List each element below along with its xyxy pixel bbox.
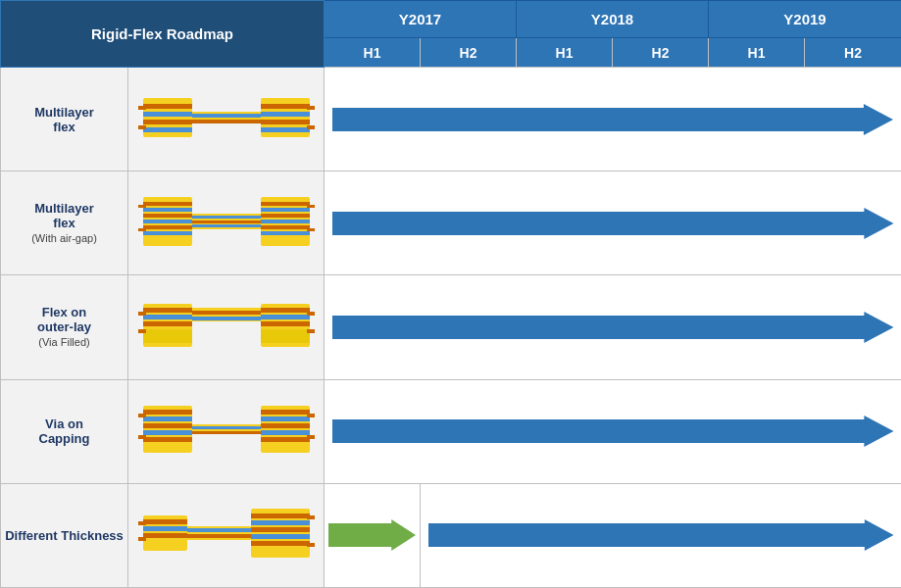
svg-rect-36	[261, 225, 310, 229]
svg-rect-90	[251, 520, 310, 525]
svg-rect-30	[192, 224, 261, 227]
svg-rect-6	[138, 125, 146, 129]
svg-rect-95	[307, 543, 315, 547]
svg-rect-84	[138, 537, 146, 541]
row-label-different-thickness: Different Thickness	[1, 483, 128, 587]
svg-rect-76	[307, 414, 315, 417]
svg-rect-68	[192, 426, 261, 429]
svg-rect-50	[192, 317, 261, 320]
svg-rect-43	[143, 315, 192, 319]
svg-rect-12	[261, 112, 310, 117]
year-2019: Y2019	[709, 1, 901, 38]
pcb-svg-4	[138, 390, 315, 468]
pcb-svg-5	[138, 494, 315, 572]
year-2017: Y2017	[325, 1, 517, 38]
timeline-row-3	[325, 275, 901, 379]
svg-rect-13	[261, 120, 310, 124]
svg-rect-21	[143, 214, 192, 218]
svg-rect-56	[307, 312, 315, 316]
row-label-via-capping: Via onCapping	[1, 379, 128, 483]
svg-rect-72	[261, 416, 310, 421]
svg-rect-45	[143, 329, 192, 343]
row-label-sub: (With air-gap)	[31, 232, 97, 244]
timeline-row-5-h1-2017	[325, 483, 421, 587]
svg-rect-54	[261, 321, 310, 326]
svg-rect-60	[143, 410, 192, 415]
svg-rect-29	[192, 220, 261, 223]
table-row: Via onCapping	[1, 379, 902, 483]
svg-rect-34	[261, 214, 310, 218]
timeline-row-2	[325, 172, 901, 275]
svg-rect-52	[261, 308, 310, 313]
pcb-svg-1	[138, 78, 315, 157]
svg-rect-42	[143, 308, 192, 313]
table-title: Rigid-Flex Roadmap	[1, 1, 325, 68]
row-label-multilayer-flex: Multilayerflex	[1, 68, 128, 172]
svg-rect-16	[307, 125, 315, 129]
svg-rect-69	[192, 431, 261, 434]
timeline-row-4	[325, 379, 901, 483]
svg-rect-77	[307, 435, 315, 439]
arrow-svg-2	[332, 206, 894, 241]
pcb-svg-3	[138, 286, 315, 365]
svg-rect-38	[307, 205, 315, 208]
half-h2-2017: H2	[421, 38, 517, 68]
svg-rect-37	[261, 231, 310, 235]
svg-marker-96	[328, 519, 416, 551]
svg-rect-44	[143, 321, 192, 326]
svg-marker-97	[428, 519, 894, 551]
svg-rect-63	[143, 430, 192, 435]
timeline-row-1	[325, 68, 901, 172]
svg-rect-39	[307, 228, 315, 231]
arrow-svg-3	[332, 310, 894, 345]
svg-rect-93	[251, 541, 310, 546]
svg-rect-8	[192, 114, 261, 118]
row-image-different-thickness	[128, 483, 325, 587]
half-h1-2017: H1	[325, 38, 421, 68]
svg-rect-11	[261, 104, 310, 109]
svg-rect-89	[251, 514, 310, 518]
svg-rect-24	[143, 231, 192, 235]
half-h2-2019: H2	[805, 38, 901, 68]
svg-rect-65	[138, 414, 146, 417]
svg-rect-94	[307, 515, 315, 519]
arrow-green-svg	[328, 517, 416, 553]
svg-rect-35	[261, 220, 310, 223]
svg-rect-1	[143, 104, 192, 109]
row-label-sub: (Via Filled)	[38, 336, 89, 348]
table-row: Multilayerflex	[1, 68, 902, 172]
svg-rect-20	[143, 208, 192, 212]
table-row: Multilayerflex (With air-gap)	[1, 172, 902, 275]
svg-rect-55	[261, 329, 310, 343]
svg-rect-23	[143, 225, 192, 229]
year-header-row: Rigid-Flex Roadmap Y2017 Y2018 Y2019	[1, 1, 902, 38]
svg-rect-73	[261, 423, 310, 428]
svg-rect-19	[143, 202, 192, 206]
svg-rect-15	[307, 106, 315, 110]
svg-marker-17	[332, 104, 893, 135]
svg-rect-74	[261, 430, 310, 435]
svg-rect-26	[138, 228, 146, 231]
svg-rect-62	[143, 423, 192, 428]
row-image-multilayer-flex-airgap	[128, 172, 325, 275]
svg-rect-49	[192, 311, 261, 315]
svg-rect-46	[138, 312, 146, 316]
svg-rect-71	[261, 410, 310, 415]
row-image-via-capping	[128, 379, 325, 483]
svg-rect-87	[187, 534, 251, 538]
svg-rect-91	[251, 527, 310, 532]
row-label-text: Via onCapping	[39, 416, 90, 446]
svg-rect-82	[143, 533, 187, 538]
svg-rect-47	[138, 329, 146, 333]
row-label-text: Multilayerflex	[34, 201, 94, 230]
row-label-flex-outerlay: Flex onouter-lay (Via Filled)	[1, 275, 128, 379]
svg-rect-61	[143, 416, 192, 421]
svg-rect-81	[143, 526, 187, 531]
half-h1-2018: H1	[517, 38, 613, 68]
row-label-text: Flex onouter-lay	[37, 305, 91, 334]
row-label-multilayer-flex-airgap: Multilayerflex (With air-gap)	[1, 172, 128, 275]
arrow-blue-svg-5	[428, 517, 894, 553]
pcb-svg-2	[138, 182, 315, 261]
svg-rect-2	[143, 112, 192, 117]
svg-rect-66	[138, 435, 146, 439]
